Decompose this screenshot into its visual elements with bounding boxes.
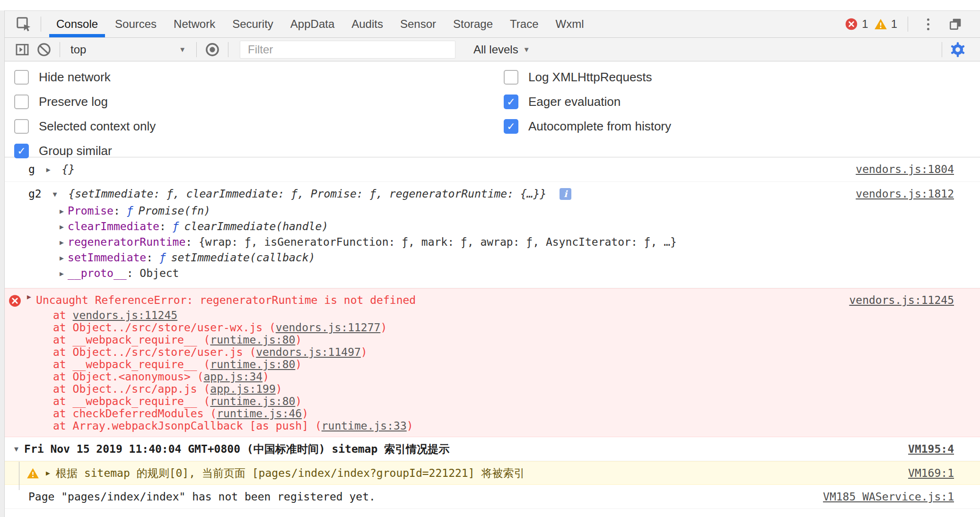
divider (908, 17, 908, 32)
live-expression-eye-button[interactable] (201, 39, 223, 60)
filter-input[interactable] (240, 41, 455, 59)
stack-frame: at __webpack_require__ (runtime.js:80) (53, 358, 413, 371)
divider (942, 42, 942, 57)
expand-triangle-icon[interactable]: ▶ (46, 165, 51, 174)
source-location-link[interactable]: vendors.js:1804 (856, 161, 980, 177)
stack-frame-link[interactable]: app.js:199 (210, 383, 275, 395)
source-location-link[interactable]: vendors.js:1812 (856, 186, 980, 202)
checkbox-label: Hide network (39, 70, 111, 85)
expand-triangle-icon[interactable]: ▶ (60, 254, 64, 262)
checkbox-label: Selected context only (39, 119, 156, 134)
checkbox-box[interactable]: ✓ (14, 95, 29, 109)
object-preview[interactable]: {} (62, 163, 75, 175)
variable-name: g (28, 163, 35, 175)
settings-gear-button[interactable] (947, 39, 969, 60)
warning-icon (874, 18, 887, 30)
object-preview[interactable]: {setImmediate: ƒ, clearImmediate: ƒ, Pro… (68, 188, 546, 200)
checkbox-box[interactable]: ✓ (504, 70, 518, 85)
warning-icon (26, 467, 39, 479)
tab-network[interactable]: Network (165, 11, 224, 37)
log-message: g ▶ {} (0, 161, 856, 178)
checkmark-icon: ✓ (507, 97, 515, 107)
info-icon[interactable]: i (560, 188, 571, 200)
console-warning-row: ▶ 根据 sitemap 的规则[0], 当前页面 [pages/index/i… (0, 461, 980, 485)
stack-frame-link[interactable]: runtime.js:46 (217, 407, 302, 420)
stack-frame-link[interactable]: vendors.js:11245 (73, 309, 178, 321)
checkbox-selected-context-only[interactable]: ✓ Selected context only (14, 117, 156, 136)
warning-count-badge[interactable]: 1 (874, 17, 897, 31)
object-property-proto[interactable]: ▶__proto__: Object (0, 266, 980, 281)
warning-count: 1 (891, 17, 897, 31)
context-selector[interactable]: top ▼ (65, 39, 192, 60)
error-stack-trace: at vendors.js:11245 at Object../src/stor… (0, 309, 413, 432)
stack-frame-link[interactable]: runtime.js:80 (210, 358, 295, 371)
expand-triangle-icon[interactable]: ▶ (60, 269, 64, 278)
tab-wxml[interactable]: Wxml (547, 11, 593, 37)
stack-frame-link[interactable]: vendors.js:11277 (276, 321, 381, 334)
stack-frame-link[interactable]: runtime.js:33 (322, 420, 407, 432)
property-name: __proto__ (68, 267, 127, 279)
more-options-button[interactable] (919, 18, 937, 30)
tab-sensor[interactable]: Sensor (392, 11, 445, 37)
clear-console-button[interactable] (33, 39, 55, 60)
stack-frame: at Object../src/store/user-wx.js (vendor… (53, 321, 413, 334)
checkbox-box[interactable]: ✓ (14, 144, 29, 158)
source-location-link[interactable]: VM195:4 (908, 441, 980, 457)
function-prefix: ƒ (159, 251, 166, 264)
stack-frame-link[interactable]: app.js:34 (204, 371, 263, 383)
object-property-promise[interactable]: ▶Promise: ƒPromise(fn) (0, 203, 980, 219)
console-prompt-row[interactable] (0, 509, 980, 517)
stack-frame: at Object../src/store/user.js (vendors.j… (53, 346, 413, 358)
checkbox-box[interactable]: ✓ (504, 95, 518, 109)
checkbox-box[interactable]: ✓ (504, 119, 518, 134)
source-location-link[interactable]: VM185 WAService.js:1 (823, 489, 980, 505)
stack-frame: at __webpack_require__ (runtime.js:80) (53, 395, 413, 407)
group-indent-guide (19, 462, 19, 490)
object-property-setimmediate[interactable]: ▶setImmediate: ƒsetImmediate(callback) (0, 250, 980, 266)
stack-frame-link[interactable]: runtime.js:80 (210, 395, 295, 407)
checkbox-hide-network[interactable]: ✓ Hide network (14, 68, 156, 86)
log-level-selector[interactable]: All levels ▼ (468, 39, 536, 60)
stack-frame: at Object../src/app.js (app.js:199) (53, 383, 413, 395)
stack-frame-link[interactable]: vendors.js:11497 (256, 346, 361, 358)
checkbox-autocomplete-from-history[interactable]: ✓ Autocomplete from history (504, 117, 671, 136)
tab-trace[interactable]: Trace (501, 11, 547, 37)
expand-triangle-icon[interactable]: ▶ (60, 207, 64, 215)
error-count-badge[interactable]: 1 (845, 17, 868, 31)
expand-triangle-icon[interactable]: ▶ (27, 293, 31, 301)
group-header[interactable]: ▼ Fri Nov 15 2019 11:40:04 GMT+0800 (中国标… (0, 441, 908, 457)
expand-triangle-icon[interactable]: ▶ (60, 238, 64, 247)
source-location-link[interactable]: VM169:1 (908, 465, 980, 481)
object-property-clearimmediate[interactable]: ▶clearImmediate: ƒclearImmediate(handle) (0, 219, 980, 234)
kebab-menu-icon (927, 18, 929, 21)
chevron-down-icon: ▼ (179, 45, 186, 53)
tab-audits[interactable]: Audits (343, 11, 392, 37)
stack-frame-link[interactable]: runtime.js:80 (210, 334, 295, 346)
collapse-triangle-icon[interactable]: ▼ (14, 441, 18, 457)
expand-triangle-icon[interactable]: ▶ (60, 223, 64, 231)
stack-frame: at vendors.js:11245 (53, 309, 413, 321)
tab-console[interactable]: Console (48, 11, 106, 37)
property-name: setImmediate (68, 251, 146, 264)
console-row-g2: g2 ▼ {setImmediate: ƒ, clearImmediate: ƒ… (0, 182, 980, 288)
dock-side-button[interactable] (943, 17, 968, 32)
checkbox-preserve-log[interactable]: ✓ Preserve log (14, 93, 156, 111)
function-prefix: ƒ (173, 220, 179, 233)
expand-triangle-icon[interactable]: ▶ (46, 465, 50, 481)
tab-security[interactable]: Security (224, 11, 282, 37)
window-left-gutter (0, 10, 5, 517)
object-property-regeneratorruntime[interactable]: ▶regeneratorRuntime: {wrap: ƒ, isGenerat… (0, 234, 980, 250)
tab-appdata[interactable]: AppData (282, 11, 343, 37)
tab-sources[interactable]: Sources (106, 11, 165, 37)
checkbox-box[interactable]: ✓ (14, 119, 29, 134)
checkbox-box[interactable]: ✓ (14, 70, 29, 85)
stack-frame: at Object.<anonymous> (app.js:34) (53, 371, 413, 383)
inspect-element-button[interactable] (11, 11, 36, 37)
checkbox-log-xmlhttprequests[interactable]: ✓ Log XMLHttpRequests (504, 68, 671, 86)
tab-storage[interactable]: Storage (445, 11, 501, 37)
checkbox-label: Eager evaluation (528, 95, 621, 109)
collapse-triangle-icon[interactable]: ▼ (53, 190, 57, 198)
source-location-link[interactable]: vendors.js:11245 (849, 293, 980, 308)
console-sidebar-toggle-button[interactable] (11, 39, 33, 60)
checkbox-eager-evaluation[interactable]: ✓ Eager evaluation (504, 93, 671, 111)
